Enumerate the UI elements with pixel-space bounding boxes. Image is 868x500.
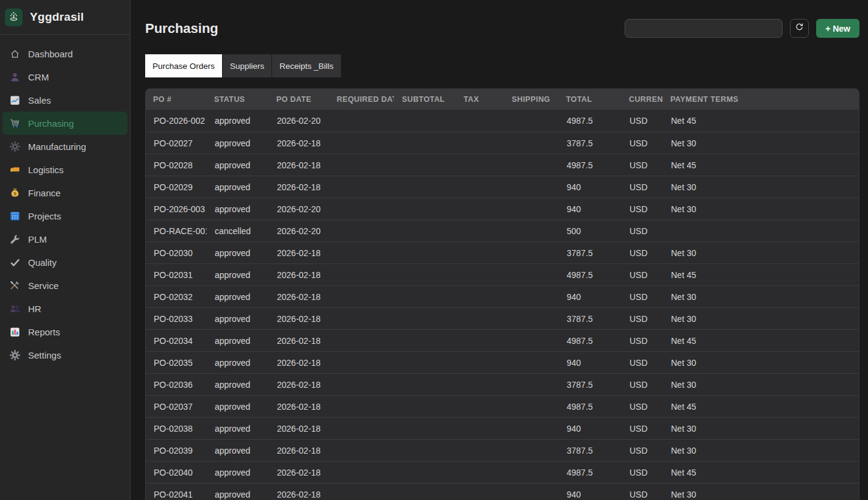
cell-total: 4987.5 bbox=[559, 154, 622, 176]
tools-icon bbox=[9, 280, 21, 291]
sidebar-item-hr[interactable]: HR bbox=[2, 297, 127, 320]
cell-required-date bbox=[329, 286, 395, 307]
sidebar-item-crm[interactable]: CRM bbox=[2, 65, 127, 88]
cell-status: approved bbox=[207, 352, 269, 373]
sidebar-item-reports[interactable]: Reports bbox=[2, 320, 127, 343]
table-row[interactable]: PO-02032approved2026-02-18940USDNet 30 bbox=[146, 285, 859, 307]
table-row[interactable]: PO-02027approved2026-02-183787.5USDNet 3… bbox=[146, 132, 859, 154]
cell-shipping bbox=[504, 198, 559, 220]
cell-po-date: 2026-02-18 bbox=[269, 286, 329, 307]
table-row[interactable]: PO-02030approved2026-02-183787.5USDNet 3… bbox=[146, 241, 859, 263]
cell-po-number: PO-02031 bbox=[146, 264, 207, 285]
cell-po-date: 2026-02-18 bbox=[269, 330, 329, 351]
cell-shipping bbox=[504, 154, 559, 176]
table-row[interactable]: PO-02038approved2026-02-18940USDNet 30 bbox=[146, 417, 859, 439]
sidebar-item-service[interactable]: Service bbox=[2, 274, 127, 297]
cell-total: 940 bbox=[559, 176, 622, 198]
cell-shipping bbox=[504, 462, 559, 483]
cell-subtotal bbox=[395, 484, 456, 500]
cell-required-date bbox=[329, 462, 395, 483]
table-row[interactable]: PO-02040approved2026-02-184987.5USDNet 4… bbox=[146, 461, 859, 483]
cell-subtotal bbox=[395, 462, 456, 483]
cell-shipping bbox=[504, 418, 559, 439]
table-row[interactable]: PO-02029approved2026-02-18940USDNet 30 bbox=[146, 176, 859, 198]
table-row[interactable]: PO-02033approved2026-02-183787.5USDNet 3… bbox=[146, 307, 859, 329]
cell-status: approved bbox=[207, 264, 269, 285]
column-header-subtotal: SUBTOTAL bbox=[394, 88, 456, 110]
tab-receipts-bills[interactable]: Receipts _Bills bbox=[272, 54, 341, 77]
cell-total: 4987.5 bbox=[559, 396, 622, 417]
cell-currency: USD bbox=[622, 308, 663, 329]
table-row[interactable]: PO-02028approved2026-02-184987.5USDNet 4… bbox=[146, 154, 859, 176]
tab-purchase-orders[interactable]: Purchase Orders bbox=[145, 54, 222, 77]
cell-currency: USD bbox=[622, 286, 663, 307]
table-row[interactable]: PO-02041approved2026-02-18940USDNet 30 bbox=[146, 483, 859, 500]
cell-status: approved bbox=[207, 198, 269, 220]
column-header-payment-terms: PAYMENT TERMS bbox=[662, 88, 859, 110]
sidebar-item-dashboard[interactable]: Dashboard bbox=[2, 42, 127, 65]
cell-payment-terms: Net 30 bbox=[663, 352, 859, 373]
cell-total: 3787.5 bbox=[559, 132, 622, 154]
sidebar-item-logistics[interactable]: Logistics bbox=[2, 158, 127, 181]
cell-required-date bbox=[329, 418, 395, 439]
sidebar: Yggdrasil DashboardCRMSalesPurchasingMan… bbox=[0, 0, 131, 500]
tab-suppliers[interactable]: Suppliers bbox=[223, 54, 271, 77]
cell-status: approved bbox=[207, 308, 269, 329]
table-row[interactable]: PO-02036approved2026-02-183787.5USDNet 3… bbox=[146, 373, 859, 395]
cell-subtotal bbox=[395, 374, 456, 395]
svg-text:$: $ bbox=[14, 191, 16, 196]
app-logo bbox=[5, 9, 23, 26]
cell-po-number: PO-02037 bbox=[146, 396, 207, 417]
cell-shipping bbox=[504, 176, 559, 198]
table-row[interactable]: PO-2026-003approved2026-02-20940USDNet 3… bbox=[146, 198, 859, 220]
sidebar-item-sales[interactable]: Sales bbox=[2, 88, 127, 112]
table-row[interactable]: PO-02034approved2026-02-184987.5USDNet 4… bbox=[146, 329, 859, 351]
table-header-row: PO #STATUSPO DATEREQUIRED DATESUBTOTALTA… bbox=[145, 88, 859, 110]
cell-subtotal bbox=[395, 198, 456, 220]
cell-po-date: 2026-02-18 bbox=[269, 440, 329, 461]
cell-total: 4987.5 bbox=[559, 330, 622, 351]
cell-status: approved bbox=[207, 440, 269, 461]
search-input[interactable] bbox=[625, 19, 783, 38]
sidebar-item-plm[interactable]: PLM bbox=[2, 227, 127, 251]
sidebar-item-finance[interactable]: $Finance bbox=[2, 181, 127, 204]
cell-required-date bbox=[329, 198, 395, 220]
table-row[interactable]: PO-2026-002approved2026-02-204987.5USDNe… bbox=[146, 110, 859, 132]
sidebar-item-projects[interactable]: Projects bbox=[2, 204, 127, 227]
cell-po-date: 2026-02-18 bbox=[269, 418, 329, 439]
cell-status: approved bbox=[207, 484, 269, 500]
table-row[interactable]: PO-02035approved2026-02-18940USDNet 30 bbox=[146, 351, 859, 373]
gear-dark-icon bbox=[9, 141, 21, 152]
table-row[interactable]: PO-02031approved2026-02-184987.5USDNet 4… bbox=[146, 263, 859, 285]
cell-total: 3787.5 bbox=[559, 440, 622, 461]
cell-tax bbox=[456, 132, 504, 154]
column-header-po-date: PO DATE bbox=[268, 88, 329, 110]
sidebar-item-label: Purchasing bbox=[28, 118, 74, 129]
sidebar-item-quality[interactable]: Quality bbox=[2, 251, 127, 274]
cell-required-date bbox=[329, 110, 395, 132]
sidebar-item-purchasing[interactable]: Purchasing bbox=[2, 112, 127, 135]
cell-status: approved bbox=[207, 154, 269, 176]
cell-tax bbox=[456, 308, 504, 329]
cell-payment-terms: Net 30 bbox=[663, 308, 859, 329]
cell-po-date: 2026-02-18 bbox=[269, 374, 329, 395]
sidebar-item-manufacturing[interactable]: Manufacturing bbox=[2, 135, 127, 158]
table-row[interactable]: PO-RACE-001cancelled2026-02-20500USD bbox=[146, 220, 859, 241]
cell-tax bbox=[456, 396, 504, 417]
cell-tax bbox=[456, 462, 504, 483]
person-icon bbox=[9, 71, 21, 83]
table-row[interactable]: PO-02037approved2026-02-184987.5USDNet 4… bbox=[146, 395, 859, 417]
refresh-button[interactable] bbox=[790, 19, 809, 38]
cell-subtotal bbox=[395, 132, 456, 154]
table-row[interactable]: PO-02039approved2026-02-183787.5USDNet 3… bbox=[146, 439, 859, 461]
cell-payment-terms: Net 45 bbox=[663, 330, 859, 351]
cell-total: 3787.5 bbox=[559, 242, 622, 263]
cell-payment-terms: Net 45 bbox=[663, 462, 859, 483]
cell-po-number: PO-02035 bbox=[146, 352, 207, 373]
sidebar-item-label: Quality bbox=[28, 257, 57, 268]
sidebar-item-settings[interactable]: Settings bbox=[2, 343, 127, 366]
sidebar-item-label: Sales bbox=[28, 95, 51, 105]
cell-subtotal bbox=[395, 264, 456, 285]
cell-status: approved bbox=[207, 396, 269, 417]
new-button[interactable]: + New bbox=[816, 19, 859, 38]
